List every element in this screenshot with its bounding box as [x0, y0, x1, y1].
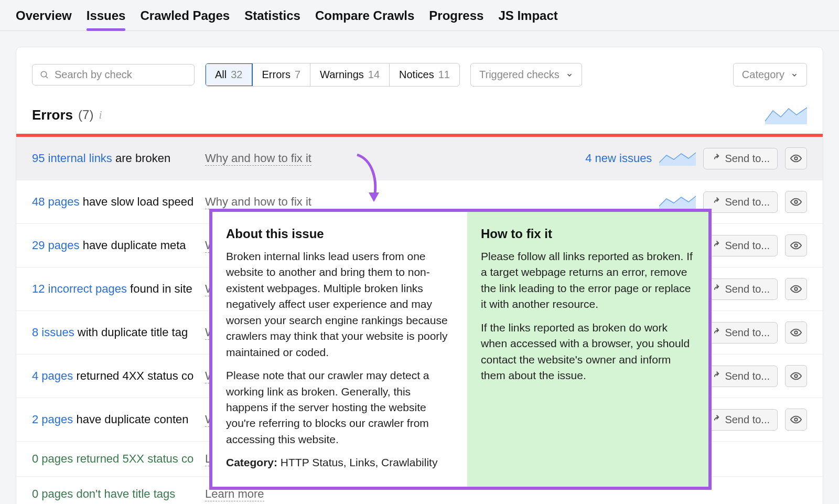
send-to-button[interactable]: Send to...	[703, 366, 778, 387]
dropdown-label: Triggered checks	[479, 69, 560, 81]
row-sparkline	[659, 195, 696, 209]
svg-point-3	[794, 200, 798, 203]
section-header: Errors (7) i	[32, 105, 807, 124]
new-issues-link[interactable]: 4 new issues	[568, 152, 652, 165]
category-line: Category: HTTP Status, Links, Crawlabili…	[226, 455, 454, 470]
fix-text: If the links reported as broken do work …	[481, 320, 695, 384]
toolbar: All 32Errors 7Warnings 14Notices 11 Trig…	[32, 63, 807, 87]
chevron-down-icon	[566, 71, 573, 79]
search-icon	[40, 70, 49, 80]
chevron-down-icon	[791, 71, 798, 79]
view-button[interactable]	[785, 234, 807, 256]
search-box[interactable]	[32, 64, 195, 85]
send-to-button[interactable]: Send to...	[703, 191, 778, 213]
section-count: (7)	[78, 108, 93, 122]
filter-errors[interactable]: Errors 7	[252, 63, 310, 86]
info-icon[interactable]: i	[99, 108, 102, 122]
svg-point-6	[794, 331, 798, 334]
svg-point-5	[794, 287, 798, 291]
send-to-button[interactable]: Send to...	[703, 235, 778, 256]
tab-progress[interactable]: Progress	[429, 8, 483, 30]
row-sparkline	[659, 151, 696, 166]
category-dropdown[interactable]: Category	[733, 63, 807, 87]
filter-all[interactable]: All 32	[206, 63, 252, 86]
send-to-button[interactable]: Send to...	[703, 278, 778, 300]
why-fix-link[interactable]: Why and how to fix it	[205, 152, 311, 166]
svg-point-2	[794, 157, 798, 160]
send-to-button[interactable]: Send to...	[703, 409, 778, 431]
tab-overview[interactable]: Overview	[16, 8, 72, 30]
dropdown-label: Category	[742, 69, 784, 81]
main-tabs: OverviewIssuesCrawled PagesStatisticsCom…	[0, 0, 839, 31]
view-button[interactable]	[785, 321, 807, 344]
about-heading: About this issue	[226, 227, 454, 241]
tab-js-impact[interactable]: JS Impact	[498, 8, 557, 30]
about-text: Please note that our crawler may detect …	[226, 368, 454, 447]
tab-crawled-pages[interactable]: Crawled Pages	[140, 8, 230, 30]
tab-compare-crawls[interactable]: Compare Crawls	[315, 8, 414, 30]
tab-issues[interactable]: Issues	[87, 8, 126, 30]
svg-point-4	[794, 244, 798, 247]
triggered-checks-dropdown[interactable]: Triggered checks	[470, 63, 582, 87]
section-title: Errors	[32, 107, 73, 123]
issue-row[interactable]: 95 internal links are brokenWhy and how …	[16, 137, 823, 180]
filter-segments: All 32Errors 7Warnings 14Notices 11	[205, 63, 460, 87]
view-button[interactable]	[785, 409, 807, 431]
svg-line-1	[46, 76, 48, 78]
view-button[interactable]	[785, 191, 807, 213]
filter-warnings[interactable]: Warnings 14	[310, 63, 390, 86]
about-text: Broken internal links lead users from on…	[226, 249, 454, 360]
issue-popover: About this issue Broken internal links l…	[209, 209, 712, 490]
about-panel: About this issue Broken internal links l…	[212, 212, 467, 487]
send-to-button[interactable]: Send to...	[703, 322, 778, 344]
svg-point-0	[41, 71, 47, 77]
sparkline	[765, 105, 807, 124]
filter-notices[interactable]: Notices 11	[390, 63, 459, 86]
fix-heading: How to fix it	[481, 227, 695, 241]
view-button[interactable]	[785, 147, 807, 169]
svg-point-7	[794, 374, 798, 378]
view-button[interactable]	[785, 365, 807, 387]
tab-statistics[interactable]: Statistics	[244, 8, 300, 30]
fix-panel: How to fix it Please follow all links re…	[467, 212, 708, 487]
view-button[interactable]	[785, 278, 807, 300]
search-input[interactable]	[55, 69, 187, 81]
issues-panel: All 32Errors 7Warnings 14Notices 11 Trig…	[16, 47, 823, 504]
fix-text: Please follow all links reported as brok…	[481, 249, 695, 313]
why-fix-link[interactable]: Why and how to fix it	[205, 195, 311, 209]
svg-point-8	[794, 418, 798, 421]
send-to-button[interactable]: Send to...	[703, 148, 778, 169]
